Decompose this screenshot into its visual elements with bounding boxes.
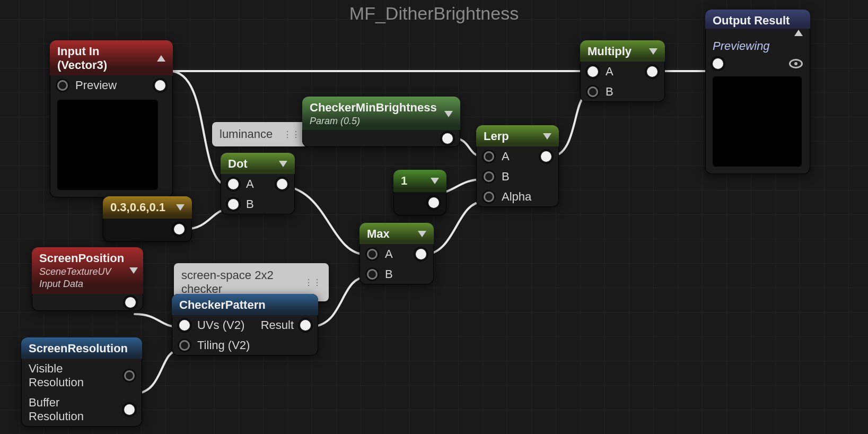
collapse-icon[interactable]	[431, 178, 439, 184]
node-input-in[interactable]: Input In (Vector3) Preview	[50, 40, 173, 197]
node-header[interactable]: Input In (Vector3)	[50, 40, 173, 75]
comment-handle-icon[interactable]: ⋮⋮	[283, 129, 300, 140]
node-header[interactable]: ScreenResolution	[21, 337, 142, 359]
pin-label: Preview	[75, 79, 117, 92]
node-checker-pattern[interactable]: CheckerPattern UVs (V2) Result Tiling (V…	[172, 294, 318, 355]
node-title: CheckerPattern	[179, 298, 266, 312]
node-const-one[interactable]: 1	[393, 170, 446, 215]
node-screen-resolution[interactable]: ScreenResolution Visible Resolution Buff…	[21, 337, 142, 427]
input-pin-b[interactable]	[484, 171, 494, 182]
input-pin-b[interactable]	[588, 86, 598, 97]
node-title: ScreenResolution	[29, 342, 128, 355]
input-pin-a[interactable]	[484, 151, 494, 162]
node-header[interactable]: Lerp	[476, 125, 559, 146]
collapse-icon[interactable]	[543, 133, 551, 140]
node-title: Output Result	[713, 14, 790, 28]
output-pin[interactable]	[125, 297, 136, 308]
pin-label: A	[246, 177, 254, 191]
output-pin[interactable]	[442, 133, 453, 144]
pin-label: A	[385, 247, 393, 261]
pin-label: A	[502, 150, 510, 163]
pin-label: Alpha	[502, 190, 531, 204]
node-multiply[interactable]: Multiply A B	[580, 40, 665, 102]
node-max[interactable]: Max A B	[360, 223, 434, 284]
collapse-icon[interactable]	[176, 204, 185, 211]
collapse-icon[interactable]	[649, 48, 657, 55]
node-subtitle: Param (0.5)	[310, 116, 437, 127]
node-header[interactable]: Dot	[221, 153, 295, 174]
node-header[interactable]: Max	[360, 223, 434, 244]
input-pin-tiling[interactable]	[179, 340, 190, 351]
output-pin[interactable]	[647, 66, 657, 77]
comment-luminance[interactable]: luminance ⋮⋮	[212, 122, 308, 146]
node-header[interactable]: CheckerMinBrightness Param (0.5)	[302, 97, 460, 130]
output-pin-visible[interactable]	[124, 370, 135, 381]
output-pin-result[interactable]	[300, 320, 311, 331]
node-screen-position[interactable]: ScreenPosition SceneTextureUV Input Data	[32, 247, 143, 311]
pin-label: Buffer Resolution	[29, 396, 118, 423]
pin-label: Result	[261, 318, 294, 332]
const-value: 0.3,0.6,0.1	[110, 201, 165, 214]
node-preview-thumbnail	[713, 76, 802, 167]
node-header[interactable]: Multiply	[580, 40, 665, 62]
output-pin[interactable]	[541, 151, 551, 162]
input-pin-a[interactable]	[588, 66, 598, 77]
input-pin[interactable]	[713, 58, 723, 69]
node-header[interactable]: CheckerPattern	[172, 294, 318, 315]
node-subtitle2: Input Data	[39, 279, 124, 290]
input-pin-a[interactable]	[228, 179, 239, 189]
node-title: Multiply	[588, 45, 632, 58]
input-pin-alpha[interactable]	[484, 192, 494, 202]
output-pin[interactable]	[277, 179, 287, 189]
collapse-icon[interactable]	[444, 111, 453, 117]
pin-label: A	[606, 65, 613, 79]
pin-label: B	[606, 85, 613, 99]
node-title: Lerp	[484, 129, 509, 143]
node-dot[interactable]: Dot A B	[221, 153, 295, 214]
preview-eye-icon[interactable]	[789, 59, 803, 68]
pin-label: B	[246, 197, 254, 211]
comment-handle-icon[interactable]: ⋮⋮	[304, 277, 321, 288]
pin-label: UVs (V2)	[197, 318, 244, 332]
node-header[interactable]: ScreenPosition SceneTextureUV Input Data	[32, 247, 143, 294]
node-subtitle1: SceneTextureUV	[39, 266, 124, 277]
output-pin[interactable]	[416, 249, 426, 259]
collapse-icon[interactable]	[157, 55, 165, 62]
output-pin-buffer[interactable]	[124, 404, 135, 415]
node-title: Max	[367, 227, 390, 241]
input-pin[interactable]	[57, 80, 68, 91]
node-title: Input In (Vector3)	[57, 45, 152, 72]
collapse-icon[interactable]	[129, 267, 138, 274]
node-header[interactable]: 1	[393, 170, 446, 192]
comment-text: luminance	[220, 127, 273, 141]
node-checker-min-brightness[interactable]: CheckerMinBrightness Param (0.5)	[302, 97, 460, 147]
pin-row: Preview	[50, 75, 173, 96]
collapse-icon[interactable]	[794, 30, 803, 36]
pin-label: B	[502, 170, 510, 184]
node-title: CheckerMinBrightness	[310, 101, 437, 115]
collapse-icon[interactable]	[418, 231, 426, 237]
previewing-label: Previewing	[705, 36, 810, 55]
input-pin-a[interactable]	[367, 249, 378, 259]
pin-label: B	[385, 267, 393, 281]
input-pin-uvs[interactable]	[179, 320, 190, 331]
comment-text: screen-space 2x2 checker	[181, 268, 299, 296]
node-preview-thumbnail	[57, 100, 158, 190]
input-pin-b[interactable]	[367, 269, 378, 280]
node-header[interactable]: 0.3,0.6,0.1	[103, 196, 192, 219]
graph-title: MF_DitherBrightness	[349, 3, 519, 24]
pin-label: Tiling (V2)	[197, 338, 250, 352]
output-pin[interactable]	[155, 80, 165, 91]
node-title: Dot	[228, 157, 248, 171]
node-const-lumweights[interactable]: 0.3,0.6,0.1	[103, 196, 192, 242]
output-pin[interactable]	[428, 197, 439, 208]
node-output-result[interactable]: Output Result Previewing	[705, 10, 810, 174]
const-value: 1	[401, 174, 407, 188]
node-header[interactable]: Output Result	[705, 10, 810, 29]
node-lerp[interactable]: Lerp A B Alpha	[476, 125, 559, 207]
pin-label: Visible Resolution	[29, 362, 118, 389]
output-pin[interactable]	[174, 224, 185, 235]
collapse-icon[interactable]	[279, 161, 287, 167]
node-title: ScreenPosition	[39, 251, 124, 265]
input-pin-b[interactable]	[228, 199, 239, 210]
